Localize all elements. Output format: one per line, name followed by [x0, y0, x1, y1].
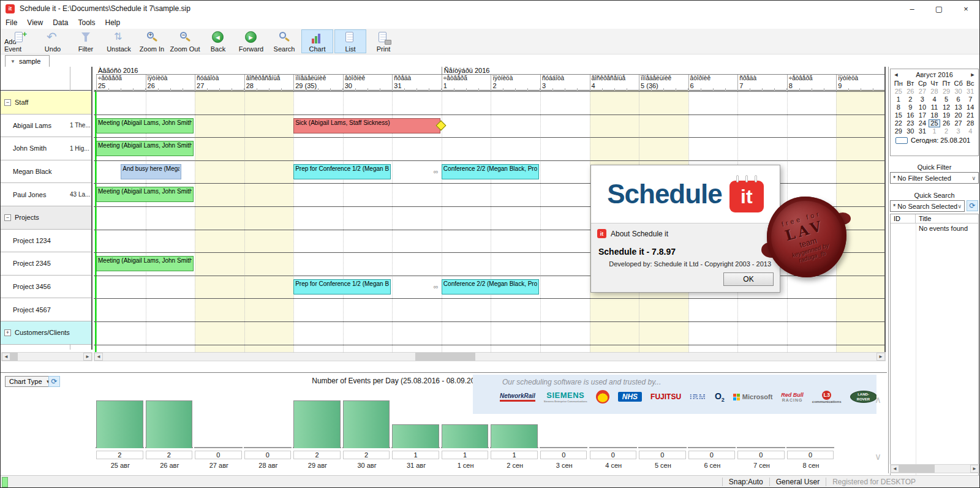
- resource-row[interactable]: Project 1234: [1, 230, 91, 253]
- menu-tools[interactable]: Tools: [74, 17, 100, 29]
- day-number-cell[interactable]: 27: [195, 82, 244, 91]
- group-row-customers-clients[interactable]: +Customers/Clients: [1, 321, 91, 345]
- event-conf[interactable]: Prep for Conference 1/2 (Megan Black,: [293, 164, 391, 179]
- calendar-day[interactable]: 21: [964, 111, 976, 119]
- event-meeting[interactable]: Meeting (Abigail Lams, John Smith, Paul: [96, 256, 194, 271]
- toolbar-add-event-button[interactable]: +Add Event: [4, 29, 36, 53]
- day-number-cell[interactable]: 26: [146, 82, 195, 91]
- calendar-day[interactable]: 13: [952, 103, 965, 111]
- scroll-left-icon[interactable]: ◄: [94, 353, 103, 361]
- calendar-day[interactable]: 1: [892, 96, 905, 103]
- toolbar-zoom-out-button[interactable]: −Zoom Out: [169, 29, 201, 53]
- toolbar-chart-button[interactable]: Chart: [301, 29, 333, 53]
- calendar-day[interactable]: 22: [892, 119, 905, 127]
- event-meeting[interactable]: Meeting (Abigail Lams, John Smith, Paul: [96, 141, 194, 156]
- calendar-day[interactable]: 15: [892, 111, 905, 119]
- menu-data[interactable]: Data: [48, 17, 73, 29]
- day-number-cell[interactable]: 5 (36): [639, 82, 688, 91]
- calendar-day[interactable]: 8: [892, 103, 905, 111]
- scroll-up-icon[interactable]: ∧: [875, 394, 881, 405]
- calendar-day[interactable]: 23: [905, 119, 917, 127]
- calendar-day[interactable]: 14: [964, 103, 976, 111]
- calendar-day[interactable]: 11: [929, 103, 941, 111]
- toolbar-undo-button[interactable]: ↶Undo: [37, 29, 69, 53]
- calendar-day[interactable]: 28: [929, 88, 941, 96]
- minimize-button[interactable]: –: [899, 1, 925, 17]
- calendar-today-row[interactable]: Сегодня: 25.08.201: [891, 135, 978, 144]
- calendar-day[interactable]: 10: [916, 103, 929, 111]
- chart-type-dropdown[interactable]: Chart Type ▼: [5, 376, 55, 387]
- calendar-day[interactable]: 4: [964, 127, 976, 135]
- calendar-day[interactable]: 5: [940, 96, 952, 103]
- day-number-cell[interactable]: 29 (35): [293, 82, 343, 91]
- day-number-cell[interactable]: 25: [96, 82, 146, 91]
- timeline-hscrollbar[interactable]: ◄ ►: [94, 352, 886, 361]
- calendar-day[interactable]: 25: [892, 88, 905, 96]
- event-conf[interactable]: Conference 2/2 (Megan Black, Projec∞: [442, 279, 539, 295]
- calendar-day[interactable]: 31: [916, 127, 929, 135]
- day-number-cell[interactable]: 28: [244, 82, 294, 91]
- calendar-day[interactable]: 12: [940, 103, 952, 111]
- calendar-day[interactable]: 30: [905, 127, 917, 135]
- resource-row[interactable]: Project 3456: [1, 276, 91, 299]
- resource-row[interactable]: Abigail Lams1 The...: [1, 114, 91, 138]
- day-number-cell[interactable]: 31: [392, 82, 442, 91]
- maximize-button[interactable]: ▢: [925, 1, 952, 17]
- scroll-left-icon[interactable]: ◄: [2, 353, 10, 361]
- chart-refresh-button[interactable]: ⟳: [48, 376, 60, 387]
- toolbar-unstack-button[interactable]: ⇅Unstack: [103, 29, 135, 53]
- close-button[interactable]: ×: [952, 1, 979, 17]
- toolbar-search-button[interactable]: Search: [268, 29, 300, 53]
- toolbar-zoom-in-button[interactable]: +Zoom In: [136, 29, 168, 53]
- resource-hscrollbar[interactable]: ◄ ►: [1, 352, 92, 361]
- calendar-day[interactable]: 6: [952, 96, 965, 103]
- toolbar-forward-button[interactable]: ►Forward: [235, 29, 267, 53]
- scroll-right-icon[interactable]: ►: [83, 353, 92, 361]
- day-number-cell[interactable]: 3: [540, 82, 590, 91]
- day-number-cell[interactable]: 8: [787, 82, 837, 91]
- tab-dropdown-icon[interactable]: ▼: [10, 59, 15, 64]
- calendar-day[interactable]: 16: [905, 111, 917, 119]
- calendar-day[interactable]: 18: [929, 111, 941, 119]
- quick-filter-dropdown[interactable]: * No Filter Selected ∨: [890, 172, 979, 184]
- menu-help[interactable]: Help: [100, 17, 126, 29]
- calendar-day[interactable]: 19: [940, 111, 952, 119]
- group-row-staff[interactable]: −Staff: [1, 91, 91, 114]
- calendar-day[interactable]: 2: [905, 96, 917, 103]
- calendar-day[interactable]: 7: [964, 96, 976, 103]
- calendar-day[interactable]: 29: [892, 127, 905, 135]
- calendar-day[interactable]: 24: [916, 119, 929, 127]
- calendar-day[interactable]: 30: [952, 88, 965, 96]
- scroll-right-icon[interactable]: ►: [876, 353, 885, 361]
- resource-row[interactable]: John Smith1 Hig...: [1, 137, 91, 160]
- calendar-day[interactable]: 1: [929, 127, 941, 135]
- resource-row[interactable]: Project 4567: [1, 298, 91, 321]
- scroll-thumb[interactable]: [10, 353, 18, 361]
- expand-icon[interactable]: +: [4, 329, 11, 336]
- calendar-day[interactable]: 17: [916, 111, 929, 119]
- event-sick[interactable]: Sick (Abigail Lams, Staff Sickness): [293, 118, 440, 133]
- calendar-day[interactable]: 26: [940, 119, 952, 127]
- calendar-day[interactable]: 28: [964, 119, 976, 127]
- toolbar-print-button[interactable]: Print: [368, 29, 399, 53]
- scroll-right-icon[interactable]: ►: [970, 465, 979, 473]
- day-number-cell[interactable]: 6: [688, 82, 738, 91]
- scroll-thumb[interactable]: [415, 353, 475, 361]
- event-meeting[interactable]: Meeting (Abigail Lams, John Smith, Paul: [96, 118, 194, 133]
- calendar-day[interactable]: 20: [952, 111, 965, 119]
- calendar-day-selected[interactable]: 25: [929, 119, 941, 127]
- event-conf[interactable]: Prep for Conference 1/2 (Megan Black,: [293, 279, 391, 295]
- day-number-cell[interactable]: 2: [491, 82, 540, 91]
- calendar-day[interactable]: 4: [929, 96, 941, 103]
- event-meeting[interactable]: Meeting (Abigail Lams, John Smith, Paul: [96, 187, 194, 202]
- calendar-day[interactable]: 2: [940, 127, 952, 135]
- day-number-cell[interactable]: 1: [442, 82, 491, 91]
- calendar-day[interactable]: 27: [916, 88, 929, 96]
- calendar-day[interactable]: 31: [964, 88, 976, 96]
- calendar-day[interactable]: 3: [916, 96, 929, 103]
- resource-row[interactable]: Project 2345: [1, 252, 91, 276]
- calendar-next-icon[interactable]: ►: [967, 72, 978, 78]
- collapse-icon[interactable]: −: [4, 99, 11, 106]
- event-conf[interactable]: Conference 2/2 (Megan Black, Projec∞: [442, 164, 539, 179]
- column-title[interactable]: Title: [916, 215, 931, 222]
